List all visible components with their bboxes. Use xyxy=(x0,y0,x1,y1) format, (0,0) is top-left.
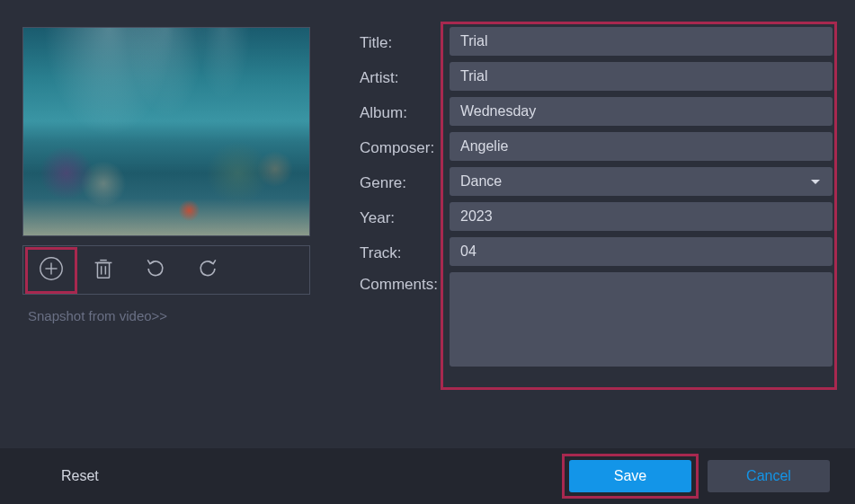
cancel-button[interactable]: Cancel xyxy=(708,460,830,492)
genre-label: Genre: xyxy=(360,171,450,192)
title-label: Title: xyxy=(360,31,450,52)
plus-circle-icon xyxy=(38,255,65,286)
rotate-ccw-icon xyxy=(143,256,168,285)
track-label: Track: xyxy=(360,241,450,262)
trash-icon xyxy=(90,255,117,286)
svg-rect-3 xyxy=(97,262,109,278)
artist-input[interactable] xyxy=(450,62,833,91)
composer-label: Composer: xyxy=(360,136,450,157)
delete-artwork-button[interactable] xyxy=(77,248,129,293)
snapshot-from-video-link[interactable]: Snapshot from video>> xyxy=(22,308,310,323)
comments-label: Comments: xyxy=(360,272,450,294)
rotate-cw-icon xyxy=(195,256,220,285)
add-artwork-button[interactable] xyxy=(25,247,77,294)
album-label: Album: xyxy=(360,101,450,122)
genre-select[interactable] xyxy=(450,167,833,196)
composer-input[interactable] xyxy=(450,132,833,161)
album-input[interactable] xyxy=(450,97,833,126)
year-input[interactable] xyxy=(450,202,833,231)
save-highlight-outline: Save xyxy=(562,454,699,499)
reset-button[interactable]: Reset xyxy=(25,468,99,484)
artwork-toolbar xyxy=(22,245,310,295)
comments-textarea[interactable] xyxy=(450,272,833,367)
title-input[interactable] xyxy=(450,27,833,56)
rotate-left-button[interactable] xyxy=(129,248,182,293)
artist-label: Artist: xyxy=(360,66,450,87)
album-artwork xyxy=(22,27,310,236)
rotate-right-button[interactable] xyxy=(182,248,234,293)
track-input[interactable] xyxy=(450,237,833,266)
save-button[interactable]: Save xyxy=(569,460,691,492)
year-label: Year: xyxy=(360,206,450,227)
footer-bar: Reset Save Cancel xyxy=(0,448,855,504)
